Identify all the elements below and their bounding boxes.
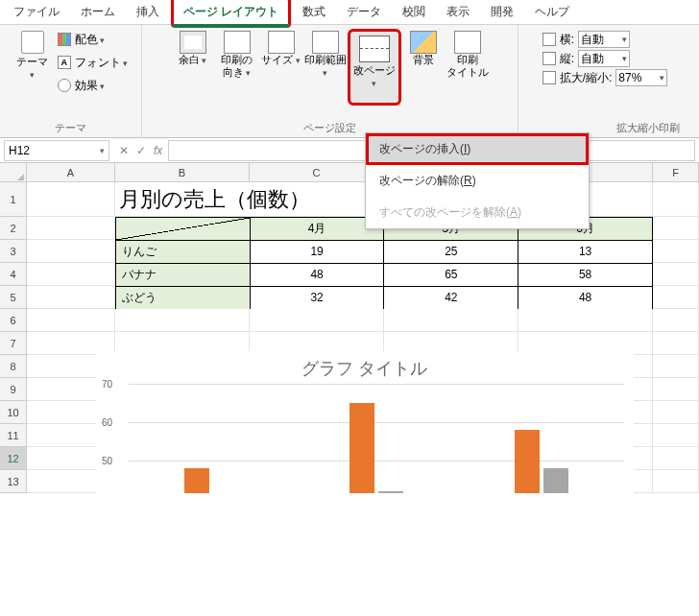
row-header-12[interactable]: 12 [0,447,27,470]
tab-review[interactable]: 校閲 [393,0,435,24]
background-label: 背景 [413,54,434,66]
name-box[interactable]: H12 [4,140,109,161]
td-item-3[interactable]: ぶどう [116,286,251,309]
cell-A6[interactable] [27,309,115,332]
cell-F12[interactable] [653,447,699,470]
row-header-2[interactable]: 2 [0,217,27,240]
fx-icon[interactable]: fx [154,144,162,157]
cell-F1[interactable] [653,182,699,217]
scale-width-row: 横: 自動 [542,31,668,48]
orientation-label: 印刷の 向き [221,54,253,78]
cell-A3[interactable] [27,240,115,263]
row-header-7[interactable]: 7 [0,332,27,355]
print-titles-button[interactable]: 印刷 タイトル [446,29,490,106]
cell-A2[interactable] [27,217,115,240]
chart[interactable]: グラフ タイトル 3040506070 [96,351,634,493]
td-1-3[interactable]: 13 [518,240,653,263]
scale-height-row: 縦: 自動 [542,50,668,67]
cell-F9[interactable] [653,378,699,401]
cell-F7[interactable] [653,332,699,355]
cell-F10[interactable] [653,401,699,424]
td-1-2[interactable]: 25 [384,240,518,263]
cancel-icon[interactable]: ✕ [119,144,129,157]
size-icon [268,31,295,54]
cell-D6[interactable] [384,309,518,332]
cell-F5[interactable] [653,286,699,309]
td-2-1[interactable]: 48 [250,263,384,286]
scale-height-select[interactable]: 自動 [578,50,630,67]
cell-E6[interactable] [518,309,653,332]
td-item-1[interactable]: りんご [116,240,251,263]
td-3-2[interactable]: 42 [384,286,518,309]
cell-F6[interactable] [653,309,699,332]
cell-F3[interactable] [653,240,699,263]
enter-icon[interactable]: ✓ [136,144,146,157]
cell-A4[interactable] [27,263,115,286]
td-3-3[interactable]: 48 [518,286,653,309]
cell-F13[interactable] [653,470,699,493]
row-header-1[interactable]: 1 [0,182,27,217]
row-header-11[interactable]: 11 [0,424,27,447]
row-header-4[interactable]: 4 [0,263,27,286]
select-all-corner[interactable] [0,163,27,181]
td-1-1[interactable]: 19 [250,240,384,263]
col-header-B[interactable]: B [115,163,250,181]
row-header-9[interactable]: 9 [0,378,27,401]
tab-view[interactable]: 表示 [437,0,479,24]
colors-button[interactable]: 配色 [58,29,129,50]
td-3-1[interactable]: 32 [250,286,384,309]
zoom-icon [542,71,556,84]
print-area-button[interactable]: 印刷範囲 [303,29,348,106]
group-scale: 横: 自動 縦: 自動 拡大/縮小: 87% 拡大縮小印刷 [518,25,691,137]
row-header-8[interactable]: 8 [0,355,27,378]
th-month-1[interactable]: 4月 [250,217,384,240]
cell-B6[interactable] [115,309,250,332]
tab-insert[interactable]: 挿入 [127,0,169,24]
tab-home[interactable]: ホーム [71,0,125,24]
row-header-10[interactable]: 10 [0,401,27,424]
td-2-3[interactable]: 58 [518,263,653,286]
tab-help[interactable]: ヘルプ [525,0,579,24]
background-button[interactable]: 背景 [401,29,446,106]
cell-A5[interactable] [27,286,115,309]
td-2-2[interactable]: 65 [384,263,518,286]
scale-width-value: 自動 [581,32,604,48]
tab-formulas[interactable]: 数式 [293,0,335,24]
breaks-remove-item[interactable]: 改ページの解除(R) [366,165,589,197]
effects-icon [58,79,71,92]
row-header-5[interactable]: 5 [0,286,27,309]
row-header-6[interactable]: 6 [0,309,27,332]
tab-dev[interactable]: 開発 [481,0,523,24]
breaks-insert-item[interactable]: 改ページの挿入(I) [366,133,589,165]
print-titles-icon [454,31,481,54]
effects-button[interactable]: 効果 [58,75,129,96]
scale-height-label: 縦: [560,51,574,67]
tab-page-layout[interactable]: ページ レイアウト [171,0,291,28]
orientation-button[interactable]: 印刷の 向き [215,29,259,106]
row-header-13[interactable]: 13 [0,470,27,493]
cell-A1[interactable] [27,182,115,217]
cell-F2[interactable] [653,217,699,240]
tab-data[interactable]: データ [337,0,391,24]
row-header-3[interactable]: 3 [0,240,27,263]
cell-F4[interactable] [653,263,699,286]
breaks-button[interactable]: 改ページ [348,29,401,106]
bar [350,403,374,493]
size-button[interactable]: サイズ [259,29,303,106]
cell-F8[interactable] [653,355,699,378]
fonts-button[interactable]: A フォント [58,52,129,73]
formula-bar: H12 ✕ ✓ fx [0,138,699,163]
col-header-A[interactable]: A [27,163,115,181]
scale-width-select[interactable]: 自動 [578,31,630,48]
cell-F11[interactable] [653,424,699,447]
col-header-F[interactable]: F [653,163,699,181]
tab-file[interactable]: ファイル [4,0,69,24]
table-corner[interactable] [116,217,251,240]
col-header-C[interactable]: C [250,163,384,181]
group-theme-title: テーマ [6,121,135,135]
cell-C6[interactable] [250,309,384,332]
scale-zoom-input[interactable]: 87% [615,69,667,86]
td-item-2[interactable]: バナナ [116,263,251,286]
themes-button[interactable]: テーマ [13,29,52,106]
margins-button[interactable]: 余白 [171,29,215,106]
